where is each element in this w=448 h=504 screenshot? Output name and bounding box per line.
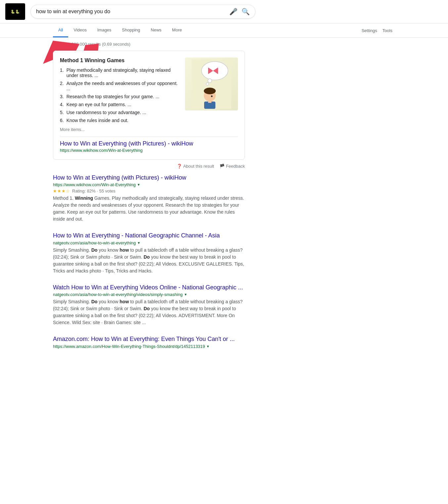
- list-number: 3.: [60, 94, 64, 99]
- svg-point-12: [211, 96, 213, 97]
- stars: ★★★☆: [53, 189, 70, 193]
- list-number: 2.: [60, 81, 64, 91]
- url-dropdown-arrow[interactable]: ▼: [137, 183, 140, 187]
- flag-icon: 🏴: [219, 164, 225, 169]
- snippet-list-item: 2.Analyze the needs and weaknesses of yo…: [60, 81, 178, 91]
- tab-videos[interactable]: Videos: [68, 23, 92, 37]
- url-dropdown-arrow[interactable]: ▼: [206, 345, 210, 348]
- rating-text: Rating: 82% · 55 votes: [72, 189, 115, 193]
- settings-link[interactable]: Settings: [359, 24, 380, 37]
- result-desc: Simply Smashing. Do you know how to pull…: [53, 247, 245, 274]
- tools-link[interactable]: Tools: [380, 24, 395, 37]
- feedback-label: Feedback: [226, 164, 245, 169]
- tab-all[interactable]: All: [53, 23, 68, 37]
- snippet-list-item: 3.Research the top strategies for your g…: [60, 94, 178, 99]
- featured-snippet-wrapper: Method 1 Winning Games 1.Play methodical…: [53, 51, 245, 169]
- svg-rect-11: [208, 100, 211, 103]
- search-input[interactable]: [36, 9, 229, 15]
- result-url: natgeotv.com/asia/how-to-win-at-everythi…: [53, 292, 183, 297]
- result-url-row: natgeotv.com/asia/how-to-win-at-everythi…: [53, 240, 245, 245]
- search-results: How to Win at Everything (with Pictures)…: [53, 174, 245, 349]
- svg-point-4: [208, 79, 212, 83]
- list-text: Use randomness to your advantage. ...: [67, 110, 146, 115]
- snippet-list-item: 4.Keep an eye out for patterns. ...: [60, 102, 178, 107]
- result-desc: Method 1. Winning Games. Play methodical…: [53, 195, 245, 223]
- google-logo: 🐍🐍: [5, 3, 25, 20]
- result-title[interactable]: Amazon.com: How to Win at Everything: Ev…: [53, 335, 245, 343]
- snippet-link-title[interactable]: How to Win at Everything (with Pictures)…: [60, 140, 193, 147]
- result-url: https://www.wikihow.com/Win-at-Everythin…: [53, 182, 136, 187]
- snippet-image: [185, 58, 238, 110]
- tab-images[interactable]: Images: [92, 23, 117, 37]
- tab-more[interactable]: More: [167, 23, 187, 37]
- result-title[interactable]: How to Win at Everything - National Geog…: [53, 232, 245, 239]
- results-area: About 39,300,000 results (0.69 seconds) …: [0, 38, 298, 349]
- search-result: How to Win at Everything - National Geog…: [53, 232, 245, 274]
- about-result-label: About this result: [183, 164, 214, 169]
- snippet-footer: ❓ About this result 🏴 Feedback: [53, 164, 245, 169]
- result-rating: ★★★☆ Rating: 82% · 55 votes: [53, 189, 245, 193]
- list-number: 5.: [60, 110, 64, 115]
- list-text: Analyze the needs and weaknesses of your…: [67, 81, 178, 91]
- result-url-row: https://www.amazon.com/How-Win-Everythin…: [53, 344, 245, 349]
- snippet-list-item: 5.Use randomness to your advantage. ...: [60, 110, 178, 115]
- tab-shopping[interactable]: Shopping: [117, 23, 146, 37]
- list-text: Know the rules inside and out.: [67, 118, 129, 123]
- snippet-title: Method 1 Winning Games: [60, 58, 178, 63]
- result-url-row: https://www.wikihow.com/Win-at-Everythin…: [53, 182, 245, 187]
- result-url: https://www.amazon.com/How-Win-Everythin…: [53, 344, 205, 349]
- list-text: Research the top strategies for your gam…: [67, 94, 159, 99]
- tab-news[interactable]: News: [146, 23, 167, 37]
- snippet-list-item: 1.Play methodically and strategically, s…: [60, 67, 178, 78]
- snippet-link-url: https://www.wikihow.com/Win-at-Everythin…: [60, 148, 238, 153]
- snippet-text: Method 1 Winning Games 1.Play methodical…: [60, 58, 178, 132]
- url-dropdown-arrow[interactable]: ▼: [137, 241, 141, 245]
- snippet-list-item: 6.Know the rules inside and out.: [60, 118, 178, 123]
- result-desc: Simply Smashing. Do you know how to pull…: [53, 298, 245, 326]
- header: 🐍🐍 🎤 🔍: [0, 0, 448, 23]
- list-number: 4.: [60, 102, 64, 107]
- more-items-link[interactable]: More items...: [60, 127, 178, 132]
- list-number: 6.: [60, 118, 64, 123]
- search-result: Amazon.com: How to Win at Everything: Ev…: [53, 335, 245, 349]
- list-text: Play methodically and strategically, sta…: [67, 67, 178, 78]
- result-url: natgeotv.com/asia/how-to-win-at-everythi…: [53, 240, 136, 245]
- result-url-row: natgeotv.com/asia/how-to-win-at-everythi…: [53, 292, 245, 297]
- search-icon[interactable]: 🔍: [242, 8, 250, 16]
- result-title[interactable]: Watch How to Win at Everything Videos On…: [53, 284, 245, 291]
- snippet-list: 1.Play methodically and strategically, s…: [60, 67, 178, 123]
- featured-snippet: Method 1 Winning Games 1.Play methodical…: [53, 51, 245, 160]
- microphone-icon[interactable]: 🎤: [229, 8, 238, 16]
- url-dropdown-arrow[interactable]: ▼: [184, 293, 187, 296]
- svg-point-9: [204, 88, 216, 94]
- list-number: 1.: [60, 67, 64, 78]
- search-bar: 🎤 🔍: [30, 5, 255, 19]
- snippet-link-section: How to Win at Everything (with Pictures)…: [60, 137, 238, 153]
- list-text: Keep an eye out for patterns. ...: [67, 102, 131, 107]
- search-result: Watch How to Win at Everything Videos On…: [53, 284, 245, 326]
- nav-tabs: All Videos Images Shopping News More Set…: [0, 23, 448, 38]
- feedback-btn[interactable]: 🏴 Feedback: [219, 164, 245, 169]
- result-title[interactable]: How to Win at Everything (with Pictures)…: [53, 174, 245, 182]
- about-result-btn[interactable]: ❓ About this result: [177, 164, 214, 169]
- search-result: How to Win at Everything (with Pictures)…: [53, 174, 245, 223]
- svg-point-5: [206, 83, 209, 85]
- question-icon: ❓: [177, 164, 182, 169]
- results-stats: About 39,300,000 results (0.69 seconds): [53, 38, 245, 51]
